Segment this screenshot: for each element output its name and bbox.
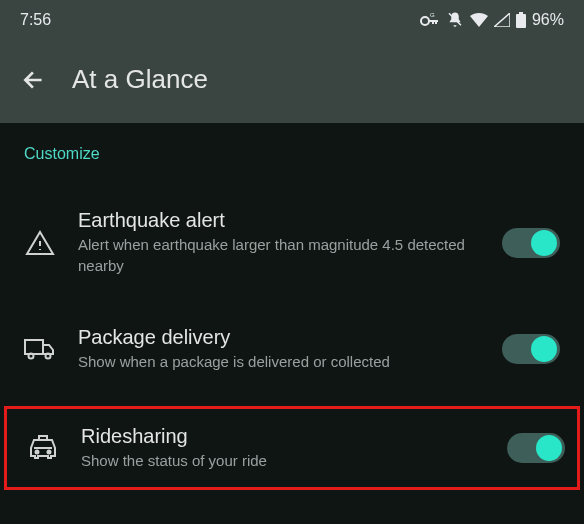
toggle-package[interactable] bbox=[502, 334, 560, 364]
taxi-icon bbox=[27, 432, 59, 464]
page-title: At a Glance bbox=[72, 64, 208, 95]
toggle-earthquake[interactable] bbox=[502, 228, 560, 258]
arrow-left-icon bbox=[21, 67, 47, 93]
status-bar: 7:56 G 96% bbox=[0, 0, 584, 40]
battery-percent: 96% bbox=[532, 11, 564, 29]
svg-point-9 bbox=[36, 451, 39, 454]
setting-ridesharing[interactable]: Ridesharing Show the status of your ride bbox=[4, 406, 580, 490]
setting-package[interactable]: Package delivery Show when a package is … bbox=[20, 310, 564, 388]
section-label: Customize bbox=[24, 145, 564, 163]
setting-text: Ridesharing Show the status of your ride bbox=[81, 425, 485, 471]
setting-desc: Show the status of your ride bbox=[81, 450, 485, 471]
setting-title: Package delivery bbox=[78, 326, 480, 349]
svg-point-6 bbox=[29, 354, 34, 359]
setting-desc: Show when a package is delivered or coll… bbox=[78, 351, 480, 372]
setting-title: Ridesharing bbox=[81, 425, 485, 448]
truck-icon bbox=[24, 333, 56, 365]
svg-point-10 bbox=[48, 451, 51, 454]
app-header: At a Glance bbox=[0, 40, 584, 123]
svg-rect-3 bbox=[516, 14, 526, 28]
svg-rect-4 bbox=[519, 12, 523, 14]
setting-title: Earthquake alert bbox=[78, 209, 480, 232]
setting-text: Earthquake alert Alert when earthquake l… bbox=[78, 209, 480, 276]
back-button[interactable] bbox=[20, 66, 48, 94]
toggle-ridesharing[interactable] bbox=[507, 433, 565, 463]
wifi-icon bbox=[470, 13, 488, 27]
content-area: Customize Earthquake alert Alert when ea… bbox=[0, 123, 584, 490]
warning-triangle-icon bbox=[24, 227, 56, 259]
svg-point-7 bbox=[46, 354, 51, 359]
dnd-icon bbox=[446, 11, 464, 29]
svg-text:G: G bbox=[430, 13, 435, 18]
status-icons: G 96% bbox=[420, 11, 564, 29]
key-icon: G bbox=[420, 13, 440, 27]
setting-earthquake[interactable]: Earthquake alert Alert when earthquake l… bbox=[20, 193, 564, 292]
svg-point-0 bbox=[421, 17, 429, 25]
setting-text: Package delivery Show when a package is … bbox=[78, 326, 480, 372]
status-time: 7:56 bbox=[20, 11, 51, 29]
signal-icon bbox=[494, 13, 510, 27]
battery-icon bbox=[516, 12, 526, 28]
svg-rect-5 bbox=[25, 340, 43, 354]
setting-desc: Alert when earthquake larger than magnit… bbox=[78, 234, 480, 276]
